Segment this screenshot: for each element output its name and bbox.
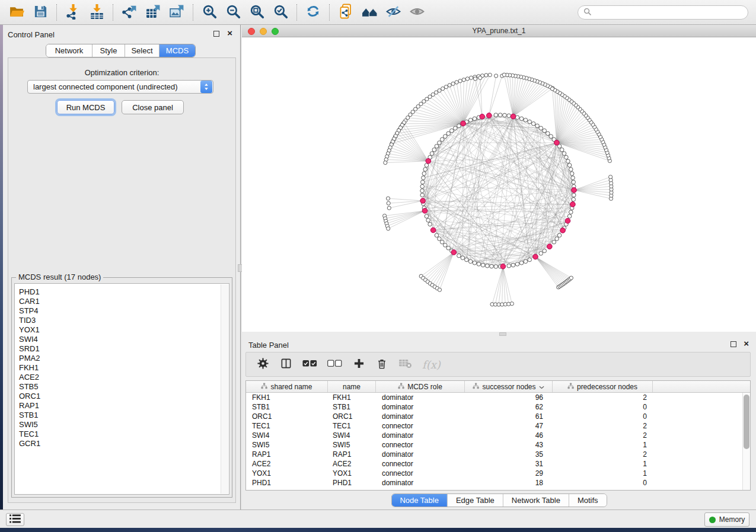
network-hub-node[interactable] <box>422 209 428 214</box>
network-node[interactable] <box>479 76 482 79</box>
new-network-from-selection-button[interactable] <box>334 2 358 23</box>
mcds-result-item[interactable]: TID3 <box>19 316 229 325</box>
network-node[interactable] <box>571 176 575 180</box>
horizontal-split-handle[interactable] <box>499 332 506 336</box>
network-node[interactable] <box>446 246 451 250</box>
import-network-button[interactable] <box>61 2 85 23</box>
network-edge[interactable] <box>535 257 569 280</box>
network-edge[interactable] <box>535 257 561 286</box>
network-edge[interactable] <box>535 257 566 281</box>
network-node[interactable] <box>440 240 444 244</box>
network-edge[interactable] <box>504 75 513 116</box>
table-row[interactable]: ACE2ACE2connector311 <box>246 459 750 469</box>
network-node[interactable] <box>387 227 390 230</box>
network-node[interactable] <box>462 78 465 82</box>
network-edge[interactable] <box>423 252 454 278</box>
table-row[interactable]: FKH1FKH1dominator962 <box>246 393 750 402</box>
close-table-panel-icon[interactable]: × <box>744 339 749 348</box>
run-mcds-button[interactable]: Run MCDS <box>57 100 114 114</box>
network-node[interactable] <box>432 148 436 152</box>
mcds-result-item[interactable]: PHD1 <box>19 287 229 297</box>
network-node[interactable] <box>438 288 441 291</box>
network-edge[interactable] <box>428 252 454 282</box>
horizontal-split-divider[interactable] <box>242 332 756 336</box>
mcds-result-item[interactable]: SWI5 <box>19 420 229 430</box>
network-node[interactable] <box>455 81 458 84</box>
network-node[interactable] <box>494 265 498 269</box>
network-node[interactable] <box>470 76 473 79</box>
network-node[interactable] <box>528 258 532 262</box>
network-node[interactable] <box>430 152 434 156</box>
network-node[interactable] <box>524 259 528 264</box>
network-node[interactable] <box>490 264 494 268</box>
network-node[interactable] <box>519 261 524 265</box>
window-maximize-icon[interactable] <box>272 28 279 35</box>
tab-select[interactable]: Select <box>125 44 160 57</box>
table-row[interactable]: SWI4SWI4dominator462 <box>246 431 750 440</box>
mcds-result-item[interactable]: ORC1 <box>19 392 229 401</box>
network-node[interactable] <box>569 276 573 280</box>
mcds-result-scrollbar[interactable] <box>221 284 228 493</box>
zoom-out-button[interactable] <box>221 2 245 23</box>
network-node[interactable] <box>510 302 513 306</box>
column-header-name[interactable]: name <box>328 381 376 392</box>
network-node[interactable] <box>444 243 448 248</box>
hide-selected-button[interactable] <box>381 2 405 23</box>
network-hub-node[interactable] <box>572 188 577 193</box>
network-edge[interactable] <box>535 257 564 284</box>
network-edge[interactable] <box>492 267 503 305</box>
mcds-result-item[interactable]: STB1 <box>19 411 229 420</box>
network-node[interactable] <box>488 73 492 76</box>
network-node[interactable] <box>435 145 439 149</box>
network-edge[interactable] <box>489 76 496 116</box>
network-node[interactable] <box>461 256 465 260</box>
export-network-button[interactable] <box>117 2 141 23</box>
network-node[interactable] <box>440 137 444 142</box>
mcds-result-item[interactable]: FKH1 <box>19 363 229 373</box>
mcds-result-item[interactable]: YOX1 <box>19 325 229 335</box>
network-edge[interactable] <box>535 257 567 281</box>
network-hub-node[interactable] <box>487 113 492 118</box>
network-node[interactable] <box>457 254 461 258</box>
network-node[interactable] <box>473 117 477 121</box>
network-node[interactable] <box>502 73 506 76</box>
network-node[interactable] <box>454 126 458 130</box>
network-window-titlebar[interactable]: YPA_prune.txt_1 <box>242 25 756 37</box>
network-edge[interactable] <box>388 198 423 201</box>
network-node[interactable] <box>609 175 613 179</box>
network-edge[interactable] <box>535 257 560 286</box>
mcds-result-item[interactable]: GCR1 <box>19 439 229 448</box>
network-node[interactable] <box>562 152 566 156</box>
apply-layout-button[interactable] <box>301 2 325 23</box>
network-hub-node[interactable] <box>560 228 566 233</box>
network-node[interactable] <box>420 193 425 197</box>
network-node[interactable] <box>495 74 498 78</box>
search-input[interactable] <box>594 7 748 18</box>
network-edge[interactable] <box>393 142 428 161</box>
network-hub-node[interactable] <box>570 202 576 207</box>
network-node[interactable] <box>569 210 573 214</box>
network-hub-node[interactable] <box>430 227 436 233</box>
network-edge[interactable] <box>426 252 454 280</box>
first-neighbors-button[interactable] <box>358 2 381 23</box>
network-node[interactable] <box>458 79 462 83</box>
table-row[interactable]: STB1STB1dominator620 <box>246 402 750 412</box>
tab-network-table[interactable]: Network Table <box>503 494 569 507</box>
network-node[interactable] <box>465 77 469 81</box>
network-node[interactable] <box>539 251 543 255</box>
network-node[interactable] <box>425 164 429 168</box>
network-node[interactable] <box>555 237 559 241</box>
tab-mcds[interactable]: MCDS <box>160 44 195 57</box>
table-scrollbar-thumb[interactable] <box>744 395 749 449</box>
network-edge[interactable] <box>535 257 559 287</box>
network-node[interactable] <box>550 87 554 91</box>
network-node[interactable] <box>473 261 477 265</box>
network-node[interactable] <box>560 148 564 152</box>
delete-column-button[interactable] <box>375 358 388 371</box>
network-node[interactable] <box>486 264 490 268</box>
network-edge[interactable] <box>535 257 565 283</box>
network-hub-node[interactable] <box>420 198 426 204</box>
network-node[interactable] <box>515 262 519 267</box>
network-node[interactable] <box>570 172 574 176</box>
network-node[interactable] <box>498 113 502 117</box>
